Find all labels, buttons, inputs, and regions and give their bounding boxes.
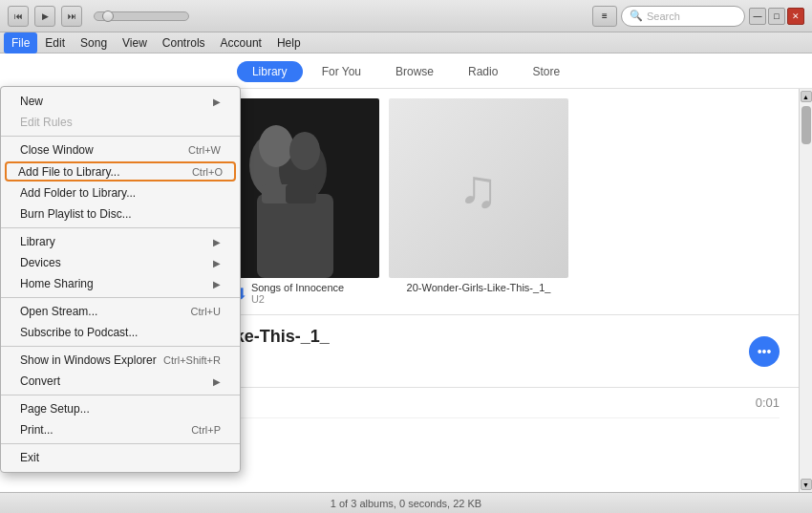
maximize-button[interactable]: □ (768, 8, 785, 25)
separator-5 (1, 395, 240, 395)
shortcut-explorer: Ctrl+Shift+R (163, 354, 221, 366)
next-button[interactable]: ⏭ (61, 6, 82, 27)
menu-home-sharing[interactable]: Home Sharing ▶ (1, 273, 240, 294)
placeholder-meta: 20-Wonder-Girls-Like-This-_1_ (407, 282, 551, 293)
separator-6 (1, 443, 240, 444)
menu-item-edit[interactable]: Edit (37, 32, 73, 53)
menu-exit[interactable]: Exit (1, 447, 240, 468)
u2-album-title: Songs of Innocence (251, 282, 344, 293)
separator-3 (1, 297, 240, 298)
progress-bar[interactable] (94, 11, 189, 21)
file-dropdown-menu: New ▶ Edit Rules Close Window Ctrl+W Add… (0, 86, 241, 473)
search-placeholder: Search (647, 11, 680, 22)
tab-radio[interactable]: Radio (453, 61, 513, 82)
scroll-up-arrow[interactable]: ▲ (801, 91, 812, 102)
menu-page-setup[interactable]: Page Setup... (1, 398, 240, 419)
search-box[interactable]: 🔍 Search (621, 6, 745, 27)
track-duration: 0:01 (756, 395, 780, 410)
separator-1 (1, 136, 240, 137)
album-art-placeholder[interactable]: ♫ (389, 98, 568, 278)
svg-rect-16 (286, 184, 316, 203)
menu-print[interactable]: Print... Ctrl+P (1, 419, 240, 440)
menu-convert[interactable]: Convert ▶ (1, 371, 240, 392)
menu-burn-playlist[interactable]: Burn Playlist to Disc... (1, 203, 240, 224)
svg-point-12 (259, 125, 293, 167)
separator-4 (1, 346, 240, 347)
menu-show-explorer[interactable]: Show in Windows Explorer Ctrl+Shift+R (1, 350, 240, 371)
prev-button[interactable]: ⏮ (8, 6, 29, 27)
menu-subscribe-podcast[interactable]: Subscribe to Podcast... (1, 322, 240, 343)
shortcut-close: Ctrl+W (188, 144, 221, 156)
menu-item-song[interactable]: Song (73, 32, 115, 53)
title-bar-right: ≡ 🔍 Search — □ ✕ (592, 6, 804, 27)
menu-item-controls[interactable]: Controls (155, 32, 213, 53)
tab-store[interactable]: Store (517, 61, 575, 82)
menu-new[interactable]: New ▶ (1, 91, 240, 112)
arrow-icon-library: ▶ (213, 237, 221, 247)
scroll-down-arrow[interactable]: ▼ (801, 479, 812, 490)
menu-devices[interactable]: Devices ▶ (1, 252, 240, 273)
shortcut-add-file: Ctrl+O (192, 166, 223, 178)
menu-close-window[interactable]: Close Window Ctrl+W (1, 139, 240, 160)
svg-rect-14 (257, 194, 333, 278)
more-options-button[interactable]: ••• (749, 336, 780, 367)
separator-2 (1, 227, 240, 228)
arrow-icon-sharing: ▶ (213, 279, 221, 289)
menu-item-view[interactable]: View (115, 32, 155, 53)
u2-title: Songs of Innocence U2 (251, 282, 344, 305)
status-bar: 1 of 3 albums, 0 seconds, 22 KB (0, 492, 812, 513)
menu-item-help[interactable]: Help (269, 32, 309, 53)
nav-tabs: Library For You Browse Radio Store (0, 53, 812, 89)
placeholder-album-title: 20-Wonder-Girls-Like-This-_1_ (407, 282, 551, 293)
menu-item-file[interactable]: File (4, 32, 37, 53)
tab-for-you[interactable]: For You (307, 61, 376, 82)
menu-add-file[interactable]: Add File to Library... Ctrl+O (5, 161, 236, 182)
menu-open-stream[interactable]: Open Stream... Ctrl+U (1, 301, 240, 322)
app-window: ⏮ ▶ ⏭ ≡ 🔍 Search — □ ✕ File Edit Song Vi… (0, 0, 812, 513)
arrow-icon: ▶ (213, 96, 221, 107)
shortcut-print: Ctrl+P (191, 424, 221, 436)
menu-item-account[interactable]: Account (213, 32, 269, 53)
arrow-icon-devices: ▶ (213, 258, 221, 268)
tab-browse[interactable]: Browse (380, 61, 449, 82)
menu-bar: File Edit Song View Controls Account Hel… (0, 32, 812, 53)
close-button[interactable]: ✕ (787, 8, 804, 25)
play-button[interactable]: ▶ (34, 6, 55, 27)
status-text: 1 of 3 albums, 0 seconds, 22 KB (331, 498, 481, 509)
scroll-thumb[interactable] (801, 106, 811, 144)
progress-thumb (102, 11, 114, 22)
search-icon: 🔍 (630, 10, 643, 22)
scrollbar[interactable]: ▲ ▼ (799, 89, 812, 492)
list-view-button[interactable]: ≡ (592, 6, 617, 27)
dropdown-menu-container: New ▶ Edit Rules Close Window Ctrl+W Add… (0, 86, 241, 473)
window-controls: — □ ✕ (749, 8, 804, 25)
menu-add-folder[interactable]: Add Folder to Library... (1, 182, 240, 203)
svg-point-13 (289, 132, 320, 170)
arrow-icon-convert: ▶ (213, 376, 221, 387)
music-note-icon: ♫ (459, 158, 499, 220)
title-bar: ⏮ ▶ ⏭ ≡ 🔍 Search — □ ✕ (0, 0, 812, 32)
menu-library[interactable]: Library ▶ (1, 231, 240, 252)
u2-album-meta: ⬇ Songs of Innocence U2 (235, 282, 344, 305)
title-bar-left: ⏮ ▶ ⏭ (8, 6, 195, 27)
album-item-placeholder: ♫ 20-Wonder-Girls-Like-This-_1_ (388, 98, 569, 305)
menu-edit-rules: Edit Rules (1, 112, 240, 133)
minimize-button[interactable]: — (749, 8, 766, 25)
shortcut-stream: Ctrl+U (191, 306, 221, 317)
tab-library[interactable]: Library (237, 61, 303, 82)
u2-album-artist: U2 (251, 293, 344, 305)
